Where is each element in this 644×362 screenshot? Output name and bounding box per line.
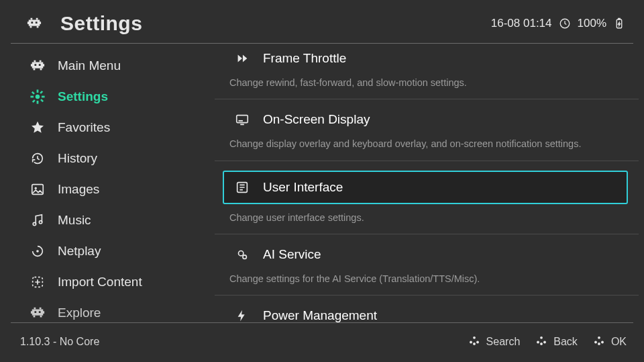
sidebar-item-label: Explore [58,306,101,320]
page-title: Settings [60,12,142,35]
sidebar-item-settings[interactable]: Settings [0,81,215,112]
version-label: 1.10.3 - No Core [20,336,99,348]
gamepad-icon [592,334,606,350]
sidebar-item-label: Music [58,213,91,228]
status-battery: 100% [578,17,606,30]
sidebar-item-main-menu[interactable]: Main Menu [0,50,215,81]
history-icon [30,150,46,167]
sidebar-item-label: Settings [58,89,108,104]
settings-row-label: Frame Throttle [263,51,346,66]
status-datetime: 16-08 01:14 [491,17,552,30]
hint-label: OK [611,336,627,348]
hint-label: Back [553,336,578,348]
footer-divider [11,322,633,323]
settings-row-desc: Change settings for the AI Service (Tran… [227,265,589,285]
gamepad-icon [468,334,481,350]
sidebar-item-label: Netplay [58,244,101,259]
settings-list: Frame Throttle Change rewind, fast-forwa… [215,44,644,322]
sidebar-item-label: Import Content [58,275,142,289]
bolt-icon [233,307,251,322]
netplay-icon [30,243,46,259]
hint-label: Search [486,336,521,348]
sidebar: Main Menu Settings Favorites History Ima… [0,44,215,322]
footer: 1.10.3 - No Core Search Back OK [0,323,644,362]
settings-row-user-interface[interactable]: User Interface Change user interface set… [215,161,639,234]
sidebar-item-history[interactable]: History [0,143,215,174]
sidebar-item-label: Favorites [58,120,110,135]
sidebar-item-label: Main Menu [58,58,121,73]
gamepad-icon [535,334,548,350]
gear-icon [30,89,46,105]
image-icon [30,181,46,197]
settings-row-desc: Change user interface settings. [227,204,589,224]
star-icon [30,120,46,136]
settings-row-ai-service[interactable]: AI Service Change settings for the AI Se… [215,234,639,295]
clock-icon [559,17,571,30]
settings-row-label: Power Management [263,308,377,322]
hint-search[interactable]: Search [468,334,521,350]
monitor-icon [233,111,251,128]
settings-row-osd[interactable]: On-Screen Display Change display overlay… [215,99,639,160]
sidebar-item-favorites[interactable]: Favorites [0,112,215,143]
settings-row-power-management[interactable]: Power Management Change power management… [215,295,639,322]
header-divider [11,43,633,44]
ui-icon [233,179,251,196]
sidebar-item-music[interactable]: Music [0,205,215,236]
hint-ok[interactable]: OK [592,334,627,350]
invader-icon [30,305,46,321]
settings-row-desc: Change rewind, fast-forward, and slow-mo… [227,69,589,89]
battery-icon [613,17,625,30]
sidebar-item-netplay[interactable]: Netplay [0,236,215,267]
settings-row-label: User Interface [263,180,343,195]
import-icon [30,274,46,290]
settings-row-label: On-Screen Display [263,112,370,127]
sidebar-item-import-content[interactable]: Import Content [0,267,215,298]
hint-back[interactable]: Back [535,334,578,350]
fast-forward-icon [233,50,251,67]
sidebar-item-label: History [58,151,97,166]
settings-row-desc: Change display overlay and keyboard over… [227,130,589,150]
status-bar: 16-08 01:14 100% [491,17,625,30]
app-icon [23,14,46,33]
music-icon [30,212,46,228]
sidebar-item-images[interactable]: Images [0,174,215,205]
sidebar-item-explore[interactable]: Explore [0,298,215,321]
invader-icon [30,58,46,74]
sidebar-item-label: Images [58,182,99,197]
header: Settings 16-08 01:14 100% [0,0,644,43]
settings-row-label: AI Service [263,247,321,262]
gears-icon [233,246,251,263]
settings-row-frame-throttle[interactable]: Frame Throttle Change rewind, fast-forwa… [215,44,639,99]
